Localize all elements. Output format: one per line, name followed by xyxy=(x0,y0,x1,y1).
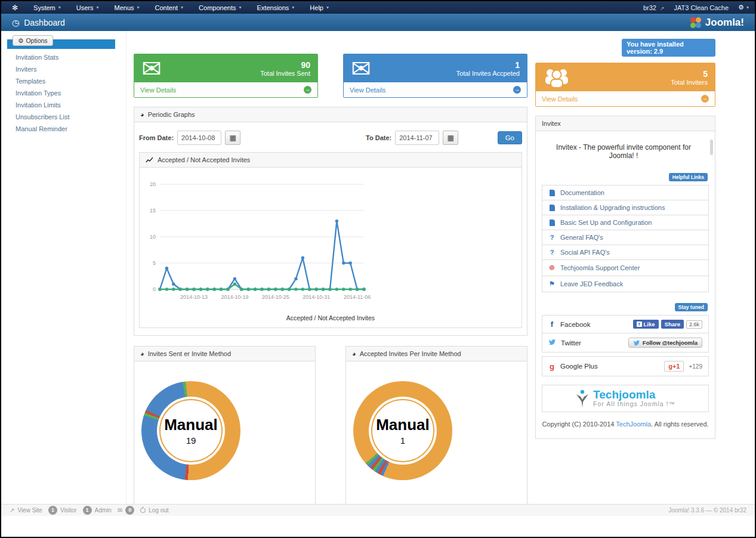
donut-center-value: 19 xyxy=(186,435,196,446)
panel-title: Accepted / Not Accepted Invites xyxy=(158,156,250,163)
stat-card-invites-accepted: ✉ 1 Total Invites Accpeted View Details xyxy=(343,54,527,98)
google-plus-one-button[interactable]: g+1 xyxy=(664,361,684,372)
chevron-down-icon: ▾ xyxy=(292,5,294,10)
stat-card-footer: View Details xyxy=(536,91,715,106)
calendar-icon[interactable]: ▦ xyxy=(443,131,458,145)
chart-caption: Accepted / Not Accepted Invites xyxy=(140,313,522,327)
twitter-bird-icon xyxy=(548,339,556,347)
svg-text:20: 20 xyxy=(150,181,156,187)
stat-card-top: ✉ 1 Total Invites Accpeted xyxy=(344,54,527,82)
sidebar-item[interactable]: Invitation Types xyxy=(1,87,126,99)
arrow-circle-right-icon[interactable] xyxy=(513,86,521,94)
panel-title: Periodic Graphs xyxy=(148,111,195,118)
topbar-menu-item[interactable]: Content ▾ xyxy=(148,4,191,11)
facebook-label: Facebook xyxy=(560,321,591,328)
to-date-input[interactable] xyxy=(395,131,439,145)
helpful-link[interactable]: Social API FAQ's xyxy=(542,245,708,260)
topbar-menu-item[interactable]: Help ▾ xyxy=(303,4,336,11)
chevron-down-icon: ▾ xyxy=(239,5,241,10)
donut-chart: Manual 19 xyxy=(141,381,240,480)
users-icon xyxy=(543,67,570,88)
from-date-input[interactable] xyxy=(177,131,221,145)
logout-link[interactable]: Log out xyxy=(140,507,168,514)
settings-menu[interactable]: ⚙ ▾ xyxy=(738,4,749,11)
topbar-menu-item[interactable]: System ▾ xyxy=(26,4,68,11)
clean-cache-link[interactable]: JAT3 Clean Cache xyxy=(674,4,729,11)
twitter-follow-button[interactable]: Follow @techjoomla xyxy=(628,338,702,348)
sidebar-item[interactable]: Manual Reminder xyxy=(1,123,126,135)
helpful-link[interactable]: Installation & Upgrading instructions xyxy=(542,200,708,215)
joomla-version-text: Joomla! 3.3.6 — © 2014 br32 xyxy=(668,507,746,514)
external-link-icon: ↗ xyxy=(660,5,665,11)
topbar-menu-item[interactable]: Components ▾ xyxy=(192,4,248,11)
stay-tuned-badge: Stay tuned xyxy=(675,303,708,311)
invitex-panel: Invitex Invitex - The powerful invite co… xyxy=(535,116,715,439)
svg-text:2014-11-06: 2014-11-06 xyxy=(344,294,371,300)
stat-card-total-inviters: 5 Total Inviters View Details xyxy=(535,63,715,107)
arrow-circle-right-icon[interactable] xyxy=(304,86,311,94)
chevron-down-icon: ▾ xyxy=(326,5,329,10)
sidebar-item[interactable]: Templates xyxy=(1,75,126,87)
scrollbar-thumb[interactable] xyxy=(710,140,713,155)
helpful-link[interactable]: Techjoomla Support Center xyxy=(542,260,708,276)
sidebar-item[interactable]: Unsubscribers List xyxy=(1,111,126,123)
panel-header: ◕ Accepted Invites Per Invite Method xyxy=(346,347,527,361)
view-details-link[interactable]: View Details xyxy=(140,86,176,94)
svg-text:0: 0 xyxy=(153,286,156,292)
question-icon xyxy=(548,249,556,256)
stat-card-top: 5 Total Inviters xyxy=(536,63,715,91)
donut-center-value: 1 xyxy=(400,435,405,446)
view-site-link[interactable]: ↗ View Site xyxy=(10,507,42,514)
panel-header: ◕ Invites Sent er Invite Method xyxy=(134,347,315,361)
visitor-count-badge: 1 xyxy=(48,506,57,515)
topbar-menu-item[interactable]: Users ▾ xyxy=(69,4,106,11)
topbar-menu-item[interactable]: Extensions ▾ xyxy=(250,4,302,11)
helpful-link[interactable]: General FAQ's xyxy=(542,230,708,245)
messages-link[interactable]: ✉ 0 xyxy=(118,506,134,515)
google-plus-label: Google Plus xyxy=(560,363,598,370)
user-menu-link[interactable]: br32 ↗ xyxy=(643,4,665,11)
sidebar-item[interactable]: Invitation Limits xyxy=(1,99,126,111)
chevron-down-icon: ▾ xyxy=(746,5,749,10)
facebook-like-button[interactable]: f Like xyxy=(633,320,659,329)
arrow-circle-right-icon[interactable] xyxy=(701,95,709,103)
techjoomla-logo[interactable]: Techjoomla For All things Joomla !™ xyxy=(542,385,709,412)
file-icon xyxy=(548,190,556,196)
admin-count-link[interactable]: 1 Admin xyxy=(83,506,112,515)
facebook-share-button[interactable]: Share xyxy=(661,320,684,329)
view-details-link[interactable]: View Details xyxy=(542,95,578,103)
techjoomla-link[interactable]: TechJoomla xyxy=(616,420,651,428)
pie-chart-icon: ◕ xyxy=(352,350,356,357)
svg-text:2014-10-19: 2014-10-19 xyxy=(221,294,248,300)
donut-center: Manual 1 xyxy=(369,397,437,465)
helpful-link[interactable]: Basic Set Up and Configuration xyxy=(542,215,708,230)
techjoomla-tagline: For All things Joomla !™ xyxy=(593,400,675,407)
username-label: br32 xyxy=(643,4,656,11)
view-details-link[interactable]: View Details xyxy=(350,86,385,94)
envelope-icon: ✉ xyxy=(118,507,122,514)
visitor-count-link[interactable]: 1 Visitor xyxy=(48,506,77,515)
dashboard-icon: ◷ xyxy=(12,18,19,27)
google-plus-count: +129 xyxy=(689,363,702,370)
topbar-menu-item[interactable]: Menus ▾ xyxy=(107,4,147,11)
google-plus-row: g Google Plus g+1 +129 xyxy=(542,357,708,376)
helpful-link[interactable]: Leave JED Feedback xyxy=(542,276,708,292)
question-icon xyxy=(548,234,556,241)
donut-chart: Manual 1 xyxy=(353,381,452,480)
helpful-link-label: General FAQ's xyxy=(560,234,603,241)
go-button[interactable]: Go xyxy=(498,131,522,144)
date-filter-row: From Date: ▦ To Date: ▦ Go xyxy=(134,122,527,152)
chevron-down-icon: ▾ xyxy=(97,5,99,10)
google-group: g Google Plus g+1 +129 xyxy=(542,356,709,376)
sidebar-item[interactable]: Inviters xyxy=(1,63,126,75)
helpful-link-label: Leave JED Feedback xyxy=(560,280,623,287)
invitex-blurb: Invitex - The powerful invite component … xyxy=(542,137,709,162)
panel-title: Invites Sent er Invite Method xyxy=(148,350,231,357)
topbar-menu-label: Help xyxy=(310,4,323,11)
helpful-link[interactable]: Documentation xyxy=(542,185,708,200)
sidebar-item[interactable]: Invitation Stats xyxy=(1,51,126,63)
topbar-menu-label: Content xyxy=(155,4,178,11)
options-button[interactable]: ⚙ Options xyxy=(13,35,53,46)
calendar-icon[interactable]: ▦ xyxy=(225,131,240,145)
chevron-down-icon: ▾ xyxy=(58,5,61,10)
